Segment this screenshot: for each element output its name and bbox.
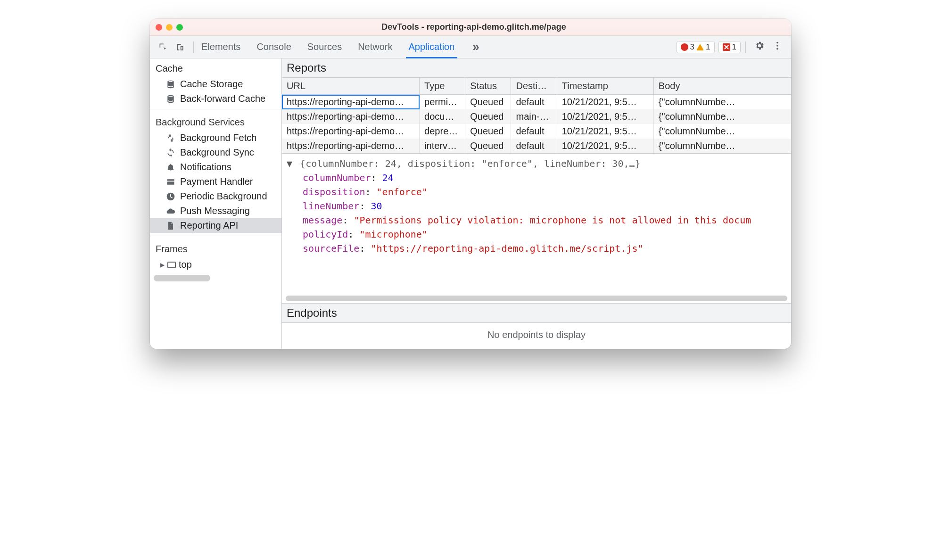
- console-status-pills: 3 1 1: [677, 41, 741, 53]
- sidebar-item-payment-handler[interactable]: Payment Handler: [150, 174, 281, 189]
- svg-point-0: [776, 42, 778, 44]
- tab-network[interactable]: Network: [355, 36, 395, 58]
- cell-status: Queued: [465, 95, 511, 110]
- sidebar-item-cache-storage[interactable]: Cache Storage: [150, 77, 281, 91]
- detail-prop: policyId: "microphone": [287, 227, 786, 241]
- endpoints-title: Endpoints: [282, 303, 791, 323]
- table-row[interactable]: https://reporting-api-demo…depre…Queuedd…: [282, 124, 791, 139]
- toolbar-separator: [193, 41, 194, 53]
- col-header-timestamp[interactable]: Timestamp: [557, 78, 653, 95]
- settings-button[interactable]: [751, 41, 768, 53]
- cell-body: {"columnNumbe…: [653, 109, 791, 124]
- cell-type: interv…: [420, 139, 465, 153]
- error-count: 3: [690, 42, 694, 52]
- file-icon: [166, 221, 175, 231]
- devtools-window: DevTools - reporting-api-demo.glitch.me/…: [150, 19, 791, 349]
- sidebar-item-label: Background Fetch: [180, 132, 256, 143]
- sidebar-divider: [150, 236, 281, 236]
- col-header-body[interactable]: Body: [653, 78, 791, 95]
- cell-status: Queued: [465, 109, 511, 124]
- bell-icon: [166, 163, 175, 172]
- issue-count: 1: [732, 42, 736, 52]
- col-header-type[interactable]: Type: [420, 78, 465, 95]
- detail-summary-line[interactable]: ▼ {columnNumber: 24, disposition: "enfor…: [287, 156, 786, 171]
- sidebar-section-cache: Cache: [150, 58, 281, 77]
- sidebar-item-reporting-api[interactable]: Reporting API: [150, 218, 281, 233]
- inspect-element-button[interactable]: [155, 36, 172, 58]
- detail-summary: {columnNumber: 24, disposition: "enforce…: [300, 158, 640, 169]
- reports-table-header-row: URL Type Status Desti… Timestamp Body: [282, 78, 791, 95]
- window-title: DevTools - reporting-api-demo.glitch.me/…: [190, 22, 757, 32]
- sidebar-item-label: Push Messaging: [180, 206, 250, 216]
- cell-url: https://reporting-api-demo…: [282, 109, 420, 124]
- sidebar-item-label: Payment Handler: [180, 176, 253, 187]
- horizontal-scrollbar[interactable]: [154, 275, 210, 281]
- cell-body: {"columnNumbe…: [653, 139, 791, 153]
- sidebar-item-background-sync[interactable]: Background Sync: [150, 145, 281, 160]
- table-row[interactable]: https://reporting-api-demo…docu…Queuedma…: [282, 109, 791, 124]
- panel-tabs: Elements Console Sources Network Applica…: [198, 36, 484, 58]
- cell-status: Queued: [465, 124, 511, 139]
- table-row[interactable]: https://reporting-api-demo…permi…Queuedd…: [282, 95, 791, 110]
- sidebar-section-bg-services: Background Services: [150, 112, 281, 131]
- warning-count: 1: [706, 42, 710, 52]
- tab-application[interactable]: Application: [406, 36, 458, 58]
- sidebar-frame-top[interactable]: ▶ top: [150, 257, 281, 272]
- console-errors-warnings-pill[interactable]: 3 1: [677, 41, 715, 53]
- cell-type: docu…: [420, 109, 465, 124]
- sidebar-item-notifications[interactable]: Notifications: [150, 160, 281, 174]
- cell-ts: 10/21/2021, 9:5…: [557, 109, 653, 124]
- more-options-button[interactable]: [768, 41, 786, 53]
- svg-point-1: [776, 45, 778, 47]
- devtools-toolbar: Elements Console Sources Network Applica…: [150, 36, 791, 58]
- detail-prop: message: "Permissions policy violation: …: [287, 213, 786, 227]
- sidebar-item-label: Back-forward Cache: [180, 93, 265, 104]
- horizontal-scrollbar[interactable]: [286, 296, 787, 301]
- close-window-button[interactable]: [156, 24, 162, 31]
- sidebar-item-back-forward-cache[interactable]: Back-forward Cache: [150, 91, 281, 106]
- clock-icon: [166, 192, 175, 201]
- col-header-destination[interactable]: Desti…: [511, 78, 557, 95]
- device-toggle-button[interactable]: [172, 36, 189, 58]
- tab-console[interactable]: Console: [254, 36, 294, 58]
- application-sidebar: Cache Cache Storage Back-forward Cache B…: [150, 58, 282, 349]
- reporting-api-panel: Reports URL Type Status Desti… Timestamp…: [282, 58, 791, 349]
- cloud-icon: [166, 206, 175, 216]
- cell-dest: main-…: [511, 109, 557, 124]
- detail-prop: disposition: "enforce": [287, 185, 786, 199]
- cell-type: permi…: [420, 95, 465, 110]
- detail-prop: lineNumber: 30: [287, 199, 786, 213]
- cell-url: https://reporting-api-demo…: [282, 95, 420, 110]
- col-header-url[interactable]: URL: [282, 78, 420, 95]
- sidebar-section-frames: Frames: [150, 239, 281, 257]
- svg-point-2: [776, 48, 778, 50]
- disclosure-triangle-icon[interactable]: ▶: [160, 262, 165, 268]
- sidebar-item-label: top: [179, 259, 192, 270]
- cell-ts: 10/21/2021, 9:5…: [557, 139, 653, 153]
- report-detail-viewer: ▼ {columnNumber: 24, disposition: "enfor…: [282, 153, 791, 294]
- sidebar-item-background-fetch[interactable]: Background Fetch: [150, 131, 281, 145]
- reports-table: URL Type Status Desti… Timestamp Body ht…: [282, 78, 791, 153]
- sidebar-item-label: Background Sync: [180, 147, 254, 158]
- sidebar-item-label: Notifications: [180, 162, 231, 173]
- maximize-window-button[interactable]: [176, 24, 183, 31]
- endpoints-empty-text: No endpoints to display: [282, 323, 791, 349]
- window-titlebar: DevTools - reporting-api-demo.glitch.me/…: [150, 19, 791, 36]
- sidebar-item-label: Periodic Background: [180, 191, 267, 202]
- sidebar-item-push-messaging[interactable]: Push Messaging: [150, 204, 281, 218]
- tab-sources[interactable]: Sources: [305, 36, 345, 58]
- issues-pill[interactable]: 1: [718, 41, 741, 53]
- fetch-icon: [166, 133, 175, 143]
- reports-title: Reports: [282, 58, 791, 78]
- issue-icon: [723, 43, 730, 51]
- minimize-window-button[interactable]: [166, 24, 173, 31]
- table-row[interactable]: https://reporting-api-demo…interv…Queued…: [282, 139, 791, 153]
- tabs-overflow-button[interactable]: »: [468, 40, 484, 54]
- tab-elements[interactable]: Elements: [198, 36, 243, 58]
- cell-url: https://reporting-api-demo…: [282, 139, 420, 153]
- disclosure-triangle-icon[interactable]: ▼: [287, 158, 292, 169]
- sidebar-item-periodic-background[interactable]: Periodic Background: [150, 189, 281, 204]
- col-header-status[interactable]: Status: [465, 78, 511, 95]
- cell-body: {"columnNumbe…: [653, 124, 791, 139]
- content-area: Cache Cache Storage Back-forward Cache B…: [150, 58, 791, 349]
